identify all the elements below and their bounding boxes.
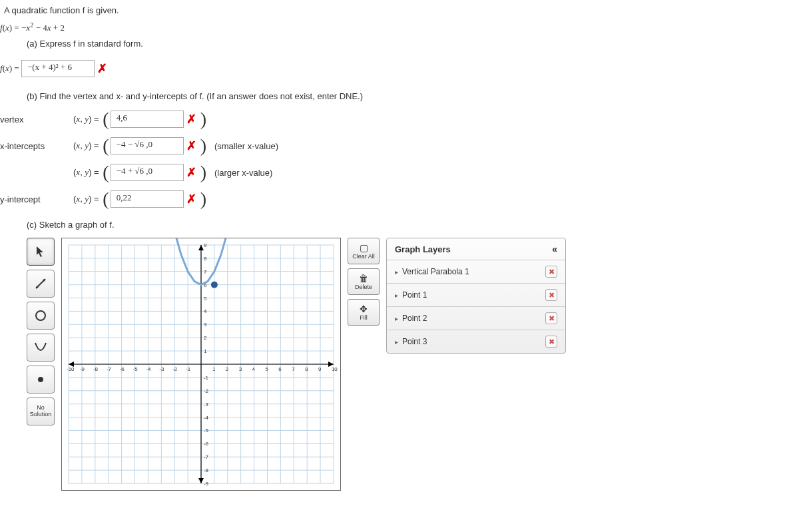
delete-button[interactable]: 🗑 Delete bbox=[348, 268, 380, 295]
trash-icon: 🗑 bbox=[359, 273, 368, 284]
svg-text:-7: -7 bbox=[107, 366, 112, 372]
tool-no-solution[interactable]: No Solution bbox=[27, 398, 55, 425]
trailing-smaller: (smaller x-value) bbox=[214, 141, 278, 151]
layer-label: Point 2 bbox=[402, 314, 427, 323]
wrong-icon: ✗ bbox=[186, 112, 196, 127]
layers-header: Graph Layers « bbox=[387, 238, 565, 260]
stop-icon: ▢ bbox=[360, 242, 368, 253]
delete-label: Delete bbox=[355, 284, 372, 290]
tool-pointer[interactable] bbox=[27, 238, 55, 266]
layer-delete-icon[interactable]: ✖ bbox=[545, 266, 557, 278]
vertex-input[interactable]: 4,6 bbox=[111, 111, 184, 128]
svg-text:5: 5 bbox=[265, 366, 268, 372]
layer-delete-icon[interactable]: ✖ bbox=[545, 336, 557, 348]
fill-icon: ✥ bbox=[360, 304, 368, 314]
svg-text:-2: -2 bbox=[172, 366, 178, 372]
svg-text:8: 8 bbox=[204, 256, 207, 262]
yint-input[interactable]: 0,22 bbox=[111, 190, 184, 208]
svg-text:7: 7 bbox=[292, 366, 295, 372]
layer-item[interactable]: ▸Point 2 ✖ bbox=[387, 306, 565, 330]
svg-text:-9: -9 bbox=[80, 366, 85, 372]
chevron-right-icon: ▸ bbox=[395, 292, 398, 299]
svg-text:4: 4 bbox=[252, 366, 256, 372]
part-b-prompt: (b) Find the vertex and x- and y-interce… bbox=[27, 91, 791, 101]
graph-svg: -10-9-8-7-6-5-4-3-2-112345678910 -10-9-8… bbox=[62, 238, 340, 490]
clear-all-label: Clear All bbox=[352, 253, 375, 260]
svg-point-3 bbox=[36, 311, 45, 320]
svg-text:-3: -3 bbox=[204, 401, 209, 407]
layers-title: Graph Layers bbox=[395, 244, 451, 254]
svg-text:-5: -5 bbox=[204, 428, 209, 434]
layer-delete-icon[interactable]: ✖ bbox=[545, 289, 557, 301]
svg-text:2: 2 bbox=[226, 366, 229, 372]
xy-label: (x, y) = bbox=[73, 194, 101, 204]
part-a-answer-row: f(x) = −(x + 4)² + 6 ✗ bbox=[0, 58, 791, 79]
circle-icon bbox=[34, 309, 47, 322]
svg-text:4: 4 bbox=[204, 309, 207, 315]
svg-point-93 bbox=[211, 282, 218, 288]
part-a-input[interactable]: −(x + 4)² + 6 bbox=[21, 60, 95, 77]
layer-item[interactable]: ▸Point 3 ✖ bbox=[387, 330, 565, 353]
svg-text:-3: -3 bbox=[159, 366, 164, 372]
problem-intro: A quadratic function f is given. bbox=[4, 5, 791, 15]
wrong-icon: ✗ bbox=[186, 138, 196, 153]
clear-all-button[interactable]: ▢ Clear All bbox=[348, 238, 380, 264]
chevron-right-icon: ▸ bbox=[395, 315, 398, 322]
svg-text:8: 8 bbox=[305, 366, 308, 372]
svg-text:5: 5 bbox=[204, 296, 207, 302]
tool-circle[interactable] bbox=[27, 302, 55, 330]
row-vertex: vertex (x, y) = ( 4,6 ✗ ) bbox=[0, 111, 791, 128]
function-definition: f(x) = −x2 − 4x + 2 bbox=[0, 21, 791, 33]
xint2-input[interactable]: −4 + √6 ,0 bbox=[111, 164, 184, 181]
row-yint: y-intercept (x, y) = ( 0,22 ✗ ) bbox=[0, 190, 791, 208]
tool-parabola[interactable] bbox=[27, 334, 55, 362]
layer-item[interactable]: ▸Vertical Parabola 1 ✖ bbox=[387, 260, 565, 283]
part-c-prompt: (c) Sketch a graph of f. bbox=[27, 220, 791, 230]
row-xint-smaller: x-intercepts (x, y) = ( −4 − √6 ,0 ✗ ) (… bbox=[0, 137, 791, 154]
svg-text:-6: -6 bbox=[120, 366, 125, 372]
xy-label: (x, y) = bbox=[73, 140, 101, 151]
label-vertex: vertex bbox=[0, 115, 73, 125]
svg-text:-4: -4 bbox=[146, 366, 151, 372]
svg-text:2: 2 bbox=[204, 336, 207, 342]
parabola-icon bbox=[33, 340, 48, 355]
svg-text:9: 9 bbox=[204, 242, 207, 248]
part-a-prompt: (a) Express f in standard form. bbox=[27, 39, 791, 49]
fill-label: Fill bbox=[360, 314, 368, 321]
xint1-input[interactable]: −4 − √6 ,0 bbox=[111, 137, 184, 154]
fill-button[interactable]: ✥ Fill bbox=[348, 299, 380, 326]
tool-line[interactable] bbox=[27, 270, 55, 298]
graph-canvas[interactable]: -10-9-8-7-6-5-4-3-2-112345678910 -10-9-8… bbox=[61, 238, 341, 491]
wrong-icon: ✗ bbox=[186, 192, 196, 206]
svg-text:-5: -5 bbox=[133, 366, 138, 372]
fx-prefix: f(x) = bbox=[0, 63, 21, 74]
trailing-larger: (larger x-value) bbox=[214, 168, 272, 178]
svg-text:9: 9 bbox=[318, 366, 322, 372]
svg-text:-10: -10 bbox=[67, 366, 75, 372]
xy-label: (x, y) = bbox=[73, 167, 101, 178]
svg-text:-9: -9 bbox=[204, 481, 209, 487]
svg-text:3: 3 bbox=[204, 322, 207, 328]
collapse-icon[interactable]: « bbox=[552, 244, 557, 254]
row-xint-larger: (x, y) = ( −4 + √6 ,0 ✗ ) (larger x-valu… bbox=[0, 164, 791, 181]
tool-point[interactable] bbox=[27, 366, 55, 394]
graph-side-actions: ▢ Clear All 🗑 Delete ✥ Fill bbox=[348, 238, 380, 326]
graph-toolbox: No Solution bbox=[27, 238, 55, 425]
pointer-icon bbox=[36, 246, 45, 258]
chevron-right-icon: ▸ bbox=[395, 268, 398, 276]
layer-label: Point 3 bbox=[402, 337, 427, 346]
layer-delete-icon[interactable]: ✖ bbox=[545, 312, 557, 324]
wrong-icon: ✗ bbox=[97, 61, 107, 76]
layer-item[interactable]: ▸Point 1 ✖ bbox=[387, 283, 565, 306]
no-solution-label-2: Solution bbox=[30, 411, 52, 418]
svg-text:-2: -2 bbox=[204, 388, 209, 394]
point-icon bbox=[36, 375, 45, 384]
svg-text:-6: -6 bbox=[204, 441, 209, 447]
svg-text:7: 7 bbox=[204, 269, 207, 275]
graph-layers-panel: Graph Layers « ▸Vertical Parabola 1 ✖ ▸P… bbox=[386, 238, 566, 354]
layer-label: Point 1 bbox=[402, 290, 427, 300]
svg-text:-1: -1 bbox=[204, 375, 209, 381]
line-icon bbox=[34, 277, 47, 290]
svg-text:-8: -8 bbox=[204, 467, 209, 473]
layer-label: Vertical Parabola 1 bbox=[402, 267, 469, 276]
